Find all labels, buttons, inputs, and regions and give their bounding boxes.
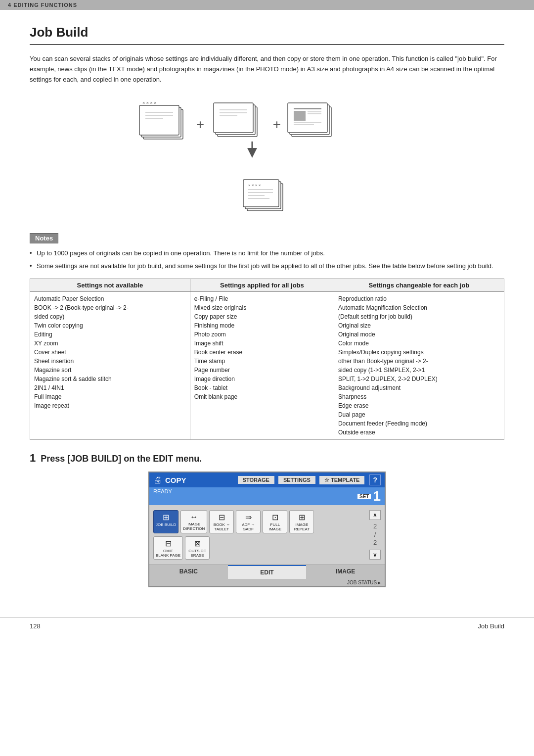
page-indicator: 2/2 — [373, 522, 377, 548]
ui-button-row-2: ⊟ OMITBLANK PAGE ⊠ OUTSIDEERASE — [153, 536, 365, 560]
ui-btn-outside-erase[interactable]: ⊠ OUTSIDEERASE — [185, 536, 210, 560]
ui-button-row-1: ⊞ JOB BUILD ↔ IMAGEDIRECTION ⊟ BOOK ↔TAB… — [153, 510, 365, 533]
notes-list: Up to 1000 pages of originals can be cop… — [30, 248, 504, 271]
footer-page-number: 128 — [30, 622, 41, 630]
settings-table: Settings not available Settings applied … — [30, 279, 504, 440]
table-row: Automatic Paper Selection BOOK -> 2 (Boo… — [30, 292, 504, 440]
svg-text:+: + — [273, 117, 281, 132]
svg-rect-19 — [294, 111, 306, 121]
job-build-icon: ⊞ — [163, 513, 169, 522]
ui-copy-label: COPY — [165, 476, 186, 484]
ui-set-number: 1 — [373, 488, 381, 504]
ui-storage-tab[interactable]: STORAGE — [238, 476, 274, 484]
image-direction-icon: ↔ — [190, 513, 198, 521]
ui-template-tab[interactable]: ☆ TEMPLATE — [319, 476, 365, 484]
table-cell-not-available: Automatic Paper Selection BOOK -> 2 (Boo… — [30, 292, 190, 440]
ui-set-badge: SET — [357, 494, 371, 499]
adf-sadf-icon: ⇒ — [245, 513, 252, 522]
image-repeat-icon: ⊞ — [299, 513, 305, 522]
notes-label: Notes — [30, 233, 58, 243]
book-tablet-icon: ⊟ — [219, 513, 225, 522]
ui-btn-job-build[interactable]: ⊞ JOB BUILD — [153, 510, 178, 533]
table-cell-applied-all: e-Filing / File Mixed-size originals Cop… — [190, 292, 334, 440]
step-number: 1 — [30, 452, 36, 465]
notes-section: Notes Up to 1000 pages of originals can … — [30, 233, 504, 271]
result-diagram: × × × × — [30, 174, 504, 218]
footer-label: Job Build — [478, 622, 504, 630]
intro-text: You can scan several stacks of originals… — [30, 54, 504, 85]
ui-job-status[interactable]: JOB STATUS ▸ — [149, 579, 385, 586]
svg-rect-10 — [214, 103, 253, 133]
svg-rect-2 — [139, 105, 179, 135]
ui-bottom-tabs: BASIC EDIT IMAGE — [149, 565, 385, 579]
ui-main-area: ⊞ JOB BUILD ↔ IMAGEDIRECTION ⊟ BOOK ↔TAB… — [149, 505, 385, 564]
ui-btn-book-tablet[interactable]: ⊟ BOOK ↔TABLET — [209, 510, 234, 533]
ui-btn-image-direction[interactable]: ↔ IMAGEDIRECTION — [180, 510, 207, 533]
col-header-2: Settings applied for all jobs — [190, 279, 334, 292]
col-header-3: Settings changeable for each job — [334, 279, 504, 292]
page-footer: 128 Job Build — [0, 617, 534, 635]
ui-status-bar: READY SET 1 — [149, 487, 385, 505]
ui-mockup: 🖨 COPY STORAGE SETTINGS ☆ TEMPLATE ? REA… — [148, 472, 386, 587]
table-cell-changeable: Reproduction ratio Automatic Magnificati… — [334, 292, 504, 440]
ui-settings-tab[interactable]: SETTINGS — [278, 476, 315, 484]
svg-text:× × × ×: × × × × — [248, 183, 261, 188]
omit-blank-icon: ⊟ — [165, 539, 172, 548]
top-bar-label: 4 EDITING FUNCTIONS — [8, 2, 77, 8]
ui-tab-edit[interactable]: EDIT — [228, 565, 307, 579]
svg-text:× × × ×: × × × × — [142, 100, 157, 105]
ui-btn-full-image[interactable]: ⊡ FULLIMAGE — [263, 510, 287, 533]
svg-marker-24 — [247, 148, 257, 158]
full-image-icon: ⊡ — [272, 513, 278, 522]
scroll-up-btn[interactable]: ∧ — [369, 510, 381, 520]
diagram-svg: × × × × + + — [124, 94, 410, 159]
notes-item-1: Up to 1000 pages of originals can be cop… — [30, 248, 504, 258]
ui-tab-image[interactable]: IMAGE — [306, 565, 385, 579]
ui-top-nav: 🖨 COPY STORAGE SETTINGS ☆ TEMPLATE ? — [149, 472, 385, 487]
outside-erase-icon: ⊠ — [194, 539, 201, 548]
step-label: Press [JOB BUILD] on the EDIT menu. — [41, 454, 202, 464]
ui-help-btn[interactable]: ? — [369, 474, 381, 485]
copy-icon: 🖨 — [153, 475, 162, 485]
scroll-down-btn[interactable]: ∨ — [369, 550, 381, 560]
ui-tab-basic[interactable]: BASIC — [149, 565, 228, 579]
ui-btn-adf-sadf[interactable]: ⇒ ADF →SADF — [236, 510, 261, 533]
ui-btn-image-repeat[interactable]: ⊞ IMAGEREPEAT — [289, 510, 314, 533]
step-1-heading: 1 Press [JOB BUILD] on the EDIT menu. — [30, 452, 504, 465]
diagram-area: × × × × + + — [30, 94, 504, 159]
ui-status-label: READY — [153, 488, 172, 504]
ui-left-panel: ⊞ JOB BUILD ↔ IMAGEDIRECTION ⊟ BOOK ↔TAB… — [153, 510, 365, 559]
svg-text:+: + — [196, 117, 204, 132]
top-bar: 4 EDITING FUNCTIONS — [0, 0, 534, 10]
notes-item-2: Some settings are not available for job … — [30, 261, 504, 271]
page-title: Job Build — [30, 25, 504, 45]
ui-right-panel: ∧ 2/2 ∨ — [369, 510, 381, 559]
col-header-1: Settings not available — [30, 279, 190, 292]
ui-btn-omit-blank[interactable]: ⊟ OMITBLANK PAGE — [153, 536, 183, 560]
